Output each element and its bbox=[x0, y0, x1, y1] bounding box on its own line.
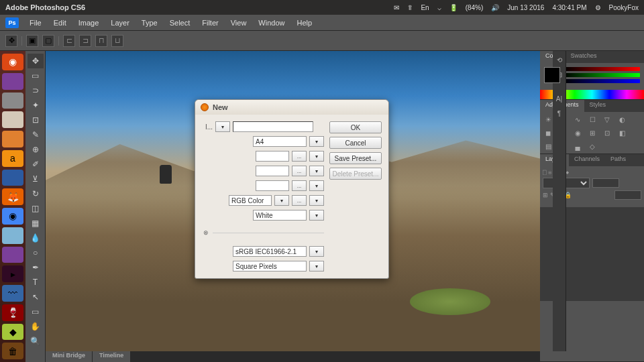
resolution-input[interactable] bbox=[256, 180, 289, 191]
invert-icon[interactable]: ◧ bbox=[616, 128, 627, 137]
ok-button[interactable]: OK bbox=[329, 121, 382, 133]
align-icon[interactable]: ⊐ bbox=[79, 35, 91, 47]
wand-tool[interactable]: ✦ bbox=[28, 98, 44, 113]
chrome-icon[interactable]: ◉ bbox=[2, 208, 23, 225]
monitor-icon[interactable]: 〰 bbox=[2, 285, 23, 302]
app-icon[interactable] bbox=[2, 227, 23, 244]
terminal-icon[interactable]: ▸ bbox=[2, 265, 23, 282]
bluetooth-icon[interactable]: ⌵ bbox=[437, 4, 441, 11]
pixel-aspect-select[interactable] bbox=[233, 261, 307, 272]
wifi-icon[interactable]: ⥣ bbox=[407, 4, 413, 11]
red-slider[interactable] bbox=[564, 67, 640, 71]
mail-icon[interactable]: ✉ bbox=[394, 4, 399, 11]
dropdown-icon[interactable]: ▾ bbox=[309, 246, 324, 257]
dropdown-icon[interactable]: ▾ bbox=[309, 261, 324, 272]
close-icon[interactable] bbox=[201, 103, 209, 111]
dropdown-icon[interactable]: ▾ bbox=[309, 166, 324, 176]
color-profile-select[interactable] bbox=[233, 246, 307, 257]
bw-icon[interactable]: ◼ bbox=[543, 128, 553, 137]
gradient-map-icon[interactable]: ▄ bbox=[572, 141, 583, 151]
blue-slider[interactable] bbox=[564, 79, 640, 83]
dropdown-icon[interactable]: ▾ bbox=[309, 195, 324, 206]
curves-icon[interactable]: ∿ bbox=[572, 115, 583, 124]
width-input[interactable] bbox=[256, 151, 289, 162]
eraser-tool[interactable]: ◫ bbox=[28, 201, 44, 216]
zoom-tool[interactable]: 🔍 bbox=[28, 334, 44, 349]
hue-icon[interactable]: ◐ bbox=[616, 115, 627, 124]
color-mode-select[interactable] bbox=[229, 195, 272, 206]
paragraph-icon[interactable]: ¶ bbox=[555, 109, 564, 118]
photo-filter-icon[interactable]: ◉ bbox=[572, 128, 583, 137]
gear-icon[interactable]: ⚙ bbox=[595, 4, 601, 11]
green-slider[interactable] bbox=[564, 73, 640, 77]
auto-select-toggle[interactable]: ▣ bbox=[26, 35, 38, 47]
height-input[interactable] bbox=[256, 166, 289, 176]
fill-input[interactable] bbox=[614, 190, 641, 200]
advanced-toggle[interactable]: ⊗ bbox=[202, 229, 210, 237]
tab-timeline[interactable]: Timeline bbox=[93, 351, 130, 362]
menu-image[interactable]: Image bbox=[73, 17, 105, 29]
align-icon[interactable]: ⊔ bbox=[111, 35, 123, 47]
save-preset-button[interactable]: Save Preset... bbox=[329, 152, 382, 164]
language-indicator[interactable]: En bbox=[421, 4, 429, 11]
eyedropper-tool[interactable]: ✎ bbox=[28, 127, 44, 142]
history-icon[interactable]: ⟲ bbox=[555, 55, 564, 64]
menu-layer[interactable]: Layer bbox=[105, 17, 135, 29]
mixer-icon[interactable]: ⊞ bbox=[587, 128, 598, 137]
blur-tool[interactable]: 💧 bbox=[28, 231, 44, 245]
unit-dropdown[interactable]: ... bbox=[292, 166, 307, 176]
menu-file[interactable]: File bbox=[24, 17, 47, 29]
menu-window[interactable]: Window bbox=[253, 17, 290, 29]
selective-icon[interactable]: ◇ bbox=[587, 141, 598, 151]
type-tool[interactable]: T bbox=[28, 275, 44, 290]
firefox-icon[interactable]: 🦊 bbox=[2, 188, 23, 205]
username[interactable]: PookyFox bbox=[609, 4, 639, 11]
dropdown-icon[interactable]: ▾ bbox=[309, 151, 324, 162]
tab-swatches[interactable]: Swatches bbox=[566, 51, 602, 63]
background-select[interactable] bbox=[253, 210, 307, 221]
date[interactable]: Jun 13 2016 bbox=[507, 4, 544, 11]
folder-icon[interactable] bbox=[2, 131, 23, 147]
app-icon[interactable] bbox=[2, 247, 23, 263]
vibrance-icon[interactable]: ▽ bbox=[602, 115, 612, 124]
name-input[interactable] bbox=[233, 121, 313, 132]
opacity-input[interactable] bbox=[592, 178, 619, 188]
android-icon[interactable]: ◆ bbox=[2, 324, 23, 341]
menu-edit[interactable]: Edit bbox=[48, 17, 72, 29]
drive-icon[interactable] bbox=[2, 111, 23, 128]
dialog-titlebar[interactable]: New bbox=[195, 100, 388, 115]
dropdown-icon[interactable]: ▾ bbox=[309, 136, 324, 147]
path-tool[interactable]: ↖ bbox=[28, 290, 44, 304]
menu-select[interactable]: Select bbox=[164, 17, 196, 29]
name-dropdown[interactable]: ▾ bbox=[215, 121, 230, 132]
menu-view[interactable]: View bbox=[225, 17, 252, 29]
bit-depth-dropdown[interactable]: ... bbox=[292, 195, 307, 206]
dropdown-icon[interactable]: ▾ bbox=[274, 195, 289, 206]
marquee-tool[interactable]: ▭ bbox=[28, 68, 44, 83]
preset-select[interactable] bbox=[253, 136, 307, 147]
lasso-tool[interactable]: ⊃ bbox=[28, 83, 44, 98]
align-icon[interactable]: ⊏ bbox=[63, 35, 75, 47]
menu-help[interactable]: Help bbox=[291, 17, 317, 29]
gradient-tool[interactable]: ▦ bbox=[28, 216, 44, 231]
cancel-button[interactable]: Cancel bbox=[329, 137, 382, 149]
hand-tool[interactable]: ✋ bbox=[28, 319, 44, 334]
dropdown-icon[interactable]: ▾ bbox=[309, 180, 324, 191]
app-icon[interactable] bbox=[2, 93, 23, 109]
brush-tool[interactable]: ✐ bbox=[28, 157, 44, 172]
tab-styles[interactable]: Styles bbox=[584, 100, 612, 112]
menu-filter[interactable]: Filter bbox=[197, 17, 223, 29]
stamp-tool[interactable]: ⊻ bbox=[28, 172, 44, 186]
blend-mode-select[interactable] bbox=[543, 178, 590, 188]
posterize-icon[interactable]: ▤ bbox=[543, 141, 553, 151]
lookup-icon[interactable]: ⊡ bbox=[602, 128, 612, 137]
move-tool-preset[interactable]: ✥ bbox=[5, 35, 17, 47]
unit-dropdown[interactable]: ... bbox=[292, 151, 307, 162]
dropdown-icon[interactable]: ▾ bbox=[309, 210, 324, 221]
wine-icon[interactable]: 🍷 bbox=[2, 304, 23, 321]
show-transform-toggle[interactable]: ▢ bbox=[42, 35, 54, 47]
dodge-tool[interactable]: ○ bbox=[28, 245, 44, 260]
app-icon[interactable] bbox=[2, 170, 23, 186]
amazon-icon[interactable]: a bbox=[2, 150, 23, 167]
time[interactable]: 4:30:41 PM bbox=[552, 4, 586, 11]
